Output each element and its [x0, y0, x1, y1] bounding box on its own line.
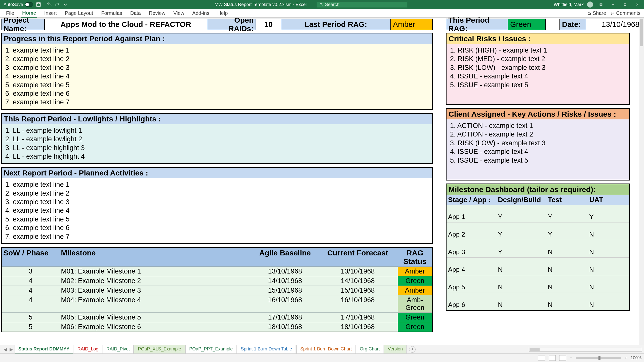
ribbon-tab-review[interactable]: Review: [148, 9, 167, 17]
sheet-tab[interactable]: RAID_Log: [74, 345, 102, 354]
page-break-view-icon[interactable]: [559, 355, 566, 361]
list-item[interactable]: 7. example text line 7: [3, 98, 431, 106]
vertical-scrollbar[interactable]: [639, 18, 644, 345]
project-name-value[interactable]: Apps Mod to the Cloud - REFACTOR: [45, 19, 207, 30]
status-bar: − + 100%: [0, 353, 644, 362]
list-item[interactable]: 2. LL - example lowlight 2: [3, 135, 431, 143]
list-item[interactable]: 1. example text line 1: [3, 180, 431, 189]
customize-qat-icon[interactable]: [63, 2, 68, 7]
ribbon-tab-page-layout[interactable]: Page Layout: [64, 9, 94, 17]
list-item[interactable]: 3. example text line 3: [3, 63, 431, 72]
sheet-tab[interactable]: Sprint 1 Burn Down Table: [237, 345, 296, 354]
dash-col-db: Design/Build: [496, 195, 546, 205]
list-item[interactable]: 1. RISK (HIGH) - example text 1: [448, 46, 628, 55]
redo-icon[interactable]: [55, 2, 60, 7]
table-row[interactable]: 5M05: Example Milestone 517/10/196817/10…: [2, 312, 432, 322]
list-item[interactable]: 3. LL - example highlight 3: [3, 144, 431, 152]
list-item[interactable]: 5. example text line 5: [3, 81, 431, 89]
list-item[interactable]: 2. example text line 2: [3, 189, 431, 198]
lowhigh-title: This Report Period - Lowlights / Highlig…: [2, 114, 432, 124]
tab-nav-prev[interactable]: ◀: [3, 347, 8, 352]
user-name[interactable]: Whitfield, Mark: [554, 2, 584, 7]
list-item[interactable]: 4. LL - example highlight 4: [3, 152, 431, 161]
sheet-tab[interactable]: RAID_Pivot: [103, 345, 134, 354]
zoom-out-icon[interactable]: −: [570, 355, 572, 360]
list-item[interactable]: 4. ISSUE - example text 4: [448, 147, 628, 156]
zoom-in-icon[interactable]: +: [625, 355, 627, 360]
sheet-tab[interactable]: POaP_XLS_Example: [134, 345, 185, 354]
list-item[interactable]: 4. example text line 4: [3, 72, 431, 80]
worksheet[interactable]: Project Name: Apps Mod to the Cloud - RE…: [0, 18, 644, 333]
comments-button[interactable]: Comments: [611, 10, 640, 16]
tab-nav-next[interactable]: ▶: [9, 347, 14, 352]
sheet-tab[interactable]: POaP_PPT_Example: [185, 345, 236, 354]
list-item[interactable]: 1. ACTION - example text 1: [448, 121, 628, 130]
dash-col-test: Test: [546, 195, 588, 205]
list-item[interactable]: 1. example text line 1: [3, 46, 431, 55]
list-item[interactable]: 4. example text line 4: [3, 206, 431, 215]
list-item[interactable]: 6. example text line 6: [3, 223, 431, 232]
sheet-tab[interactable]: Org Chart: [356, 345, 383, 354]
list-item[interactable]: 1. LL - example lowlight 1: [3, 126, 431, 135]
list-item[interactable]: 3. RISK (LOW) - example text 3: [448, 63, 628, 72]
table-row[interactable]: 4M04: Example Milestone 416/10/196816/10…: [2, 295, 432, 312]
col-forecast: Current Forecast: [318, 248, 398, 266]
zoom-slider[interactable]: [576, 357, 621, 359]
open-raids-value[interactable]: 10: [256, 19, 281, 30]
document-title: MW Status Report Template v0.2.xlsm - Ex…: [215, 2, 307, 7]
list-item[interactable]: 4. ISSUE - example text 4: [448, 72, 628, 80]
table-row[interactable]: App 3YNN: [447, 240, 629, 257]
list-item[interactable]: 3. example text line 3: [3, 198, 431, 206]
ribbon-display-icon[interactable]: [597, 1, 605, 8]
list-item[interactable]: 5. example text line 5: [3, 215, 431, 223]
ribbon-tab-data[interactable]: Data: [129, 9, 142, 17]
client-actions-title: Client Assigned - Key Actions / Risks / …: [447, 109, 629, 119]
autosave-toggle[interactable]: AutoSave: [4, 2, 33, 7]
search-placeholder: Search: [325, 2, 339, 7]
list-item[interactable]: 3. RISK (LOW) - example text 3: [448, 139, 628, 147]
table-row[interactable]: App 5NNN: [447, 275, 629, 293]
horizontal-scrollbar[interactable]: [529, 347, 642, 352]
list-item[interactable]: 2. RISK (MED) - example text 2: [448, 55, 628, 63]
search-input[interactable]: Search: [317, 1, 407, 8]
list-item[interactable]: 2. ACTION - example text 2: [448, 130, 628, 139]
svg-point-2: [320, 3, 322, 5]
list-item[interactable]: 7. example text line 7: [3, 232, 431, 241]
minimize-icon[interactable]: [609, 1, 617, 8]
table-row[interactable]: App 4NNN: [447, 257, 629, 275]
risks-box: Critical Risks / Issues : 1. RISK (HIGH)…: [446, 33, 630, 105]
ribbon-tab-view[interactable]: View: [172, 9, 185, 17]
zoom-level[interactable]: 100%: [631, 355, 641, 360]
sheet-tab[interactable]: Sprint 1 Burn Down Chart: [296, 345, 355, 354]
date-value[interactable]: 13/10/1968: [586, 19, 643, 30]
table-row[interactable]: App 6NNN: [447, 293, 629, 310]
table-row[interactable]: App 2YYN: [447, 222, 629, 240]
svg-rect-1: [37, 3, 39, 4]
save-icon[interactable]: [36, 2, 41, 7]
list-item[interactable]: 2. example text line 2: [3, 55, 431, 63]
new-sheet-button[interactable]: +: [409, 346, 416, 353]
close-icon[interactable]: [633, 1, 641, 8]
sheet-tab[interactable]: Version: [384, 345, 407, 354]
maximize-icon[interactable]: [621, 1, 629, 8]
sheet-tab[interactable]: Status Report DDMMYY: [15, 345, 73, 354]
ribbon-tab-insert[interactable]: Insert: [43, 9, 58, 17]
table-row[interactable]: App 1YYY: [447, 205, 629, 222]
table-row[interactable]: 4M03: Example Milestone 315/10/196815/10…: [2, 286, 432, 295]
normal-view-icon[interactable]: [538, 355, 545, 361]
this-rag-value[interactable]: Green: [508, 19, 546, 30]
share-button[interactable]: Share: [587, 10, 606, 16]
undo-icon[interactable]: [47, 2, 52, 7]
page-layout-view-icon[interactable]: [549, 355, 556, 361]
ribbon-tab-add-ins[interactable]: Add-ins: [191, 9, 210, 17]
list-item[interactable]: 6. example text line 6: [3, 89, 431, 98]
table-row[interactable]: 5M06: Example Milestone 618/10/196818/10…: [2, 322, 432, 332]
list-item[interactable]: 5. ISSUE - example text 5: [448, 81, 628, 89]
ribbon-tab-formulas[interactable]: Formulas: [100, 9, 123, 17]
table-row[interactable]: 4M02: Example Milestone 214/10/196814/10…: [2, 276, 432, 286]
progress-title: Progress in this Report Period Against P…: [2, 33, 432, 44]
avatar[interactable]: [587, 2, 593, 8]
table-row[interactable]: 3M01: Example Milestone 113/10/196813/10…: [2, 266, 432, 276]
list-item[interactable]: 5. ISSUE - example text 5: [448, 156, 628, 165]
last-rag-value[interactable]: Amber: [391, 19, 433, 30]
